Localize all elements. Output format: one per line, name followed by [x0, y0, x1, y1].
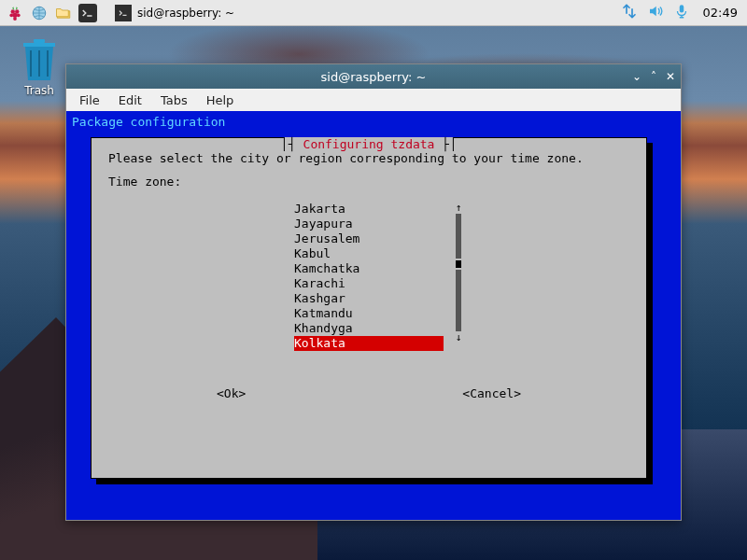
timezone-option[interactable]: Kabul: [294, 246, 444, 261]
web-browser-icon[interactable]: [30, 4, 49, 22]
package-config-header: Package configuration: [72, 115, 675, 129]
taskbar-window-label: sid@raspberry: ~: [137, 7, 234, 20]
svg-point-4: [17, 13, 21, 17]
terminal-body: Package configuration ┤ Configuring tzda…: [66, 111, 681, 520]
svg-point-5: [13, 17, 17, 21]
terminal-icon: [115, 5, 132, 21]
terminal-launcher-icon[interactable]: [78, 4, 97, 22]
menu-tabs[interactable]: Tabs: [153, 91, 195, 109]
timezone-option[interactable]: Kashgar: [294, 291, 444, 306]
timezone-option[interactable]: Jayapura: [294, 217, 444, 231]
tzdata-dialog: ┤ Configuring tzdata ├ Please select the…: [91, 137, 647, 479]
window-title: sid@raspberry: ~: [66, 70, 681, 84]
scroll-down-icon[interactable]: ↓: [455, 331, 462, 343]
svg-point-2: [12, 12, 17, 17]
svg-rect-8: [34, 39, 45, 43]
trash-desktop-icon[interactable]: Trash: [11, 37, 67, 97]
minimize-icon[interactable]: ˄: [651, 70, 656, 83]
terminal-window: sid@raspberry: ~ ⌄ ˄ ✕ File Edit Tabs He…: [65, 63, 682, 521]
svg-point-3: [9, 13, 13, 17]
timezone-option[interactable]: Jakarta: [294, 202, 444, 217]
network-icon[interactable]: [621, 3, 638, 22]
dialog-prompt: Please select the city or region corresp…: [108, 151, 629, 165]
trash-icon: [20, 37, 59, 82]
window-menu-icon[interactable]: ⌄: [632, 70, 641, 83]
timezone-option[interactable]: Jerusalem: [294, 231, 444, 246]
raspberry-menu-icon[interactable]: [6, 4, 24, 22]
timezone-list[interactable]: JakartaJayapuraJerusalemKabulKamchatkaKa…: [294, 202, 444, 351]
taskbar: sid@raspberry: ~ 02:49: [0, 0, 747, 26]
close-icon[interactable]: ✕: [666, 70, 675, 83]
scroll-up-icon[interactable]: ↑: [455, 202, 462, 214]
window-titlebar[interactable]: sid@raspberry: ~ ⌄ ˄ ✕: [66, 64, 681, 89]
timezone-option[interactable]: Khandyga: [294, 321, 444, 336]
timezone-option[interactable]: Kolkata: [294, 336, 444, 351]
ok-button[interactable]: <Ok>: [217, 386, 246, 400]
menu-help[interactable]: Help: [199, 91, 242, 109]
clock[interactable]: 02:49: [699, 6, 741, 20]
dialog-title: ┤ Configuring tzdata ├: [284, 137, 454, 151]
microphone-icon[interactable]: [673, 3, 690, 22]
volume-icon[interactable]: [647, 3, 664, 22]
timezone-option[interactable]: Karachi: [294, 276, 444, 291]
menu-edit[interactable]: Edit: [111, 91, 149, 109]
taskbar-window-button[interactable]: sid@raspberry: ~: [110, 2, 245, 24]
timezone-option[interactable]: Kamchatka: [294, 261, 444, 276]
field-label: Time zone:: [108, 175, 629, 189]
menubar: File Edit Tabs Help: [66, 89, 681, 111]
cancel-button[interactable]: <Cancel>: [462, 386, 521, 400]
svg-rect-7: [679, 5, 684, 12]
trash-label: Trash: [11, 84, 67, 97]
timezone-option[interactable]: Katmandu: [294, 306, 444, 321]
menu-file[interactable]: File: [72, 91, 107, 109]
file-manager-icon[interactable]: [54, 4, 73, 22]
list-scrollbar[interactable]: ↑ ↓: [455, 202, 462, 343]
